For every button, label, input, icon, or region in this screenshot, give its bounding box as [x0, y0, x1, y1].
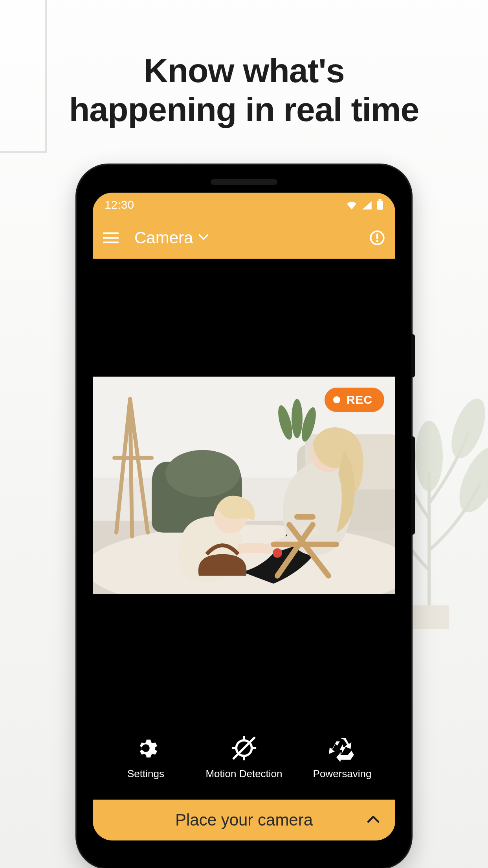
motion-off-icon: [230, 736, 258, 761]
hamburger-icon[interactable]: [103, 232, 119, 244]
status-time: 12:30: [105, 198, 134, 211]
motion-detection-button[interactable]: Motion Detection: [201, 736, 287, 780]
app-bar: Camera: [93, 217, 395, 259]
top-bar: 12:30 Camera: [93, 193, 395, 259]
gear-icon: [134, 736, 158, 761]
phone-side-button: [411, 334, 415, 377]
promo-headline: Know what's happening in real time: [0, 51, 488, 129]
powersaving-button[interactable]: Powersaving: [299, 736, 385, 780]
video-frame: REC: [93, 377, 395, 594]
status-bar: 12:30: [93, 193, 395, 217]
headline-line-2: happening in real time: [69, 90, 419, 128]
cell-signal-icon: [361, 200, 372, 210]
svg-point-22: [165, 450, 240, 497]
svg-point-30: [273, 548, 282, 558]
svg-point-4: [415, 421, 443, 491]
action-row: Settings Motion Detec: [93, 712, 395, 800]
rec-badge: REC: [325, 388, 384, 412]
record-dot-icon: [333, 396, 340, 403]
action-label: Settings: [127, 768, 164, 780]
action-label: Powersaving: [313, 768, 372, 780]
svg-point-13: [376, 240, 378, 242]
rec-label: REC: [347, 393, 372, 406]
svg-point-26: [292, 399, 303, 438]
svg-rect-7: [377, 201, 383, 210]
battery-icon: [376, 199, 383, 210]
app-title: Camera: [134, 228, 193, 247]
svg-rect-5: [409, 605, 449, 629]
svg-line-20: [130, 399, 132, 537]
camera-selector[interactable]: Camera: [134, 228, 354, 247]
phone-side-button: [411, 436, 415, 535]
settings-button[interactable]: Settings: [103, 736, 189, 780]
video-area[interactable]: REC: [93, 259, 395, 712]
alert-circle-icon[interactable]: [369, 230, 385, 246]
recycle-power-icon: [329, 736, 356, 761]
sheet-label: Place your camera: [175, 811, 313, 829]
wifi-icon: [346, 200, 358, 210]
headline-line-1: Know what's: [143, 51, 344, 89]
phone-mockup: 12:30 Camera: [77, 165, 411, 868]
place-camera-sheet[interactable]: Place your camera: [93, 800, 395, 840]
chevron-up-icon: [367, 815, 380, 825]
svg-rect-6: [379, 199, 382, 201]
action-label: Motion Detection: [205, 768, 282, 780]
chevron-down-icon: [198, 234, 209, 242]
phone-screen: 12:30 Camera: [93, 193, 395, 840]
